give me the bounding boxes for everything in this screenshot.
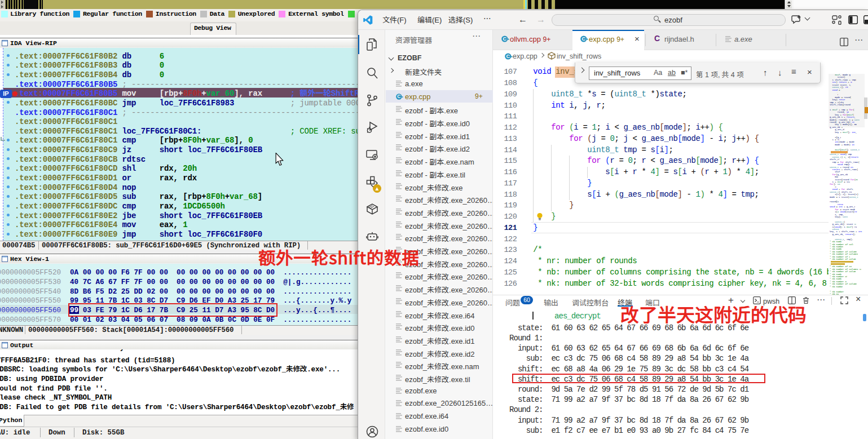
svg-text:C: C	[397, 94, 400, 99]
